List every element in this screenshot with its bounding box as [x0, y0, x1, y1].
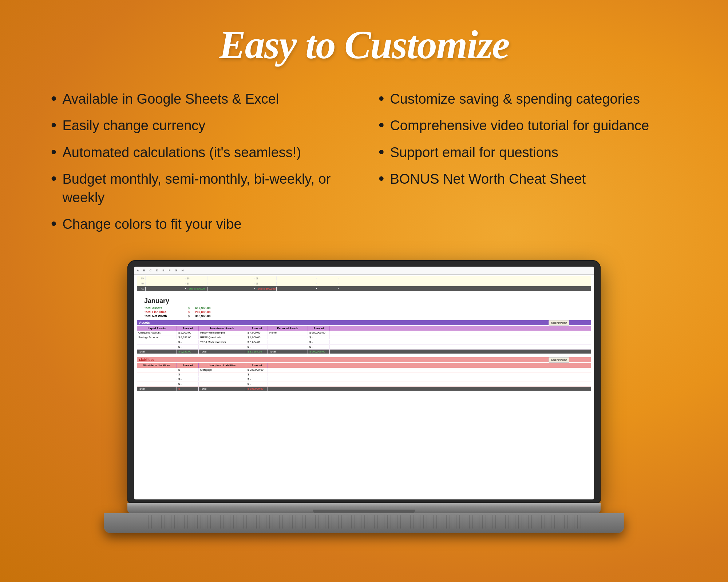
toolbar-item: A — [137, 269, 139, 272]
assets-data-row-2: $ - TFSA ModernAdvisor $ 3,684.00 $ - — [137, 340, 591, 345]
liabilities-data-row-2: $ - $ - — [137, 377, 591, 382]
add-row-button-assets[interactable]: Add new row — [549, 320, 569, 326]
left-feature-column: Available in Google Sheets & Excel Easil… — [51, 90, 349, 242]
toolbar-item: B — [143, 269, 145, 272]
toolbar-item: F — [169, 269, 171, 272]
list-item: Budget monthly, semi-monthly, bi-weekly,… — [51, 170, 349, 207]
laptop-keyboard — [104, 513, 624, 533]
list-item: Easily change currency — [51, 116, 349, 135]
personal-assets-header: Personal Assets — [268, 326, 308, 331]
left-feature-list: Available in Google Sheets & Excel Easil… — [51, 90, 349, 234]
assets-data-row-1: Savings Account $ 4,282.00 RRSP Questrad… — [137, 335, 591, 340]
assets-header-label: Assets — [137, 320, 591, 325]
summary-section: Total Assets $ 617,966.00 Total Liabilit… — [144, 306, 591, 318]
total-assets-value: 617,966.00 — [195, 306, 228, 310]
list-item: Comprehensive video tutorial for guidanc… — [379, 116, 677, 135]
assets-sub-headers: Liquid Assets Amount Investment Assets A… — [137, 326, 591, 331]
laptop-screen: A B C D E F G H 39 $ - — [134, 267, 594, 499]
page-title: Easy to Customize — [219, 22, 509, 68]
add-row-button-liabilities[interactable]: Add new row — [549, 357, 569, 363]
list-item: Available in Google Sheets & Excel — [51, 90, 349, 108]
list-item: Support email for questions — [379, 143, 677, 162]
assets-data-row-0: Chequing Account $ 2,000.00 RRSP Wealths… — [137, 331, 591, 335]
liabilities-data-row-0: $ - Mortgage $ 299,000.00 — [137, 368, 591, 372]
right-feature-list: Customize saving & spending categories C… — [379, 90, 677, 188]
assets-data-row-3: $ - $ - $ - — [137, 345, 591, 350]
personal-amount-header: Amount — [308, 326, 330, 331]
net-worth-value: 318,966.00 — [195, 314, 228, 318]
total-liabilities-value: 299,000.00 — [195, 310, 228, 314]
spreadsheet-row-41: 41 Total $ 500.00 Total $ 300,000.00 — [137, 286, 591, 291]
spreadsheet-row-40: 40 $ - $ - — [137, 281, 591, 286]
total-liabilities-label: Total Liabilities — [144, 310, 188, 314]
net-worth-label: Total Net Worth — [144, 314, 188, 318]
liabilities-data-row-1: $ - $ - — [137, 372, 591, 377]
liabilities-header-label: Liabilities — [137, 357, 591, 362]
liabilities-data-row-3: $ - $ - — [137, 382, 591, 387]
month-title: January — [144, 297, 591, 305]
laptop-container: A B C D E F G H 39 $ - — [127, 260, 601, 533]
short-term-header: Short-term Liabilities — [137, 363, 177, 368]
assets-total-row: Total $ 6,282.00 Total $ 11,684.00 Total… — [137, 350, 591, 354]
laptop-outer: A B C D E F G H 39 $ - — [127, 260, 601, 533]
toolbar-item: D — [156, 269, 158, 272]
list-item: BONUS Net Worth Cheat Sheet — [379, 170, 677, 188]
investment-assets-header: Investment Assets — [199, 326, 246, 331]
laptop-base — [127, 503, 601, 513]
long-amount-header: Amount — [246, 363, 268, 368]
liabilities-total-row: Total $ - Total $ 299,000.00 — [137, 387, 591, 391]
investment-amount-header: Amount — [246, 326, 268, 331]
toolbar-item: G — [175, 269, 177, 272]
laptop-screen-bezel: A B C D E F G H 39 $ - — [127, 260, 601, 503]
total-assets-label: Total Assets — [144, 306, 188, 310]
toolbar-item: E — [162, 269, 164, 272]
features-section: Available in Google Sheets & Excel Easil… — [0, 90, 728, 242]
liquid-assets-header: Liquid Assets — [137, 326, 177, 331]
liquid-amount-header: Amount — [177, 326, 199, 331]
toolbar-item: H — [182, 269, 184, 272]
liabilities-sub-headers: Short-term Liabilities Amount Long-term … — [137, 363, 591, 368]
toolbar-item: C — [150, 269, 152, 272]
list-item: Automated calculations (it's seamless!) — [51, 143, 349, 162]
assets-section: Assets Add new row Liquid Assets Amount … — [137, 320, 591, 354]
long-term-header: Long-term Liabilities — [199, 363, 246, 368]
list-item: Customize saving & spending categories — [379, 90, 677, 108]
list-item: Change colors to fit your vibe — [51, 215, 349, 234]
spacer-row-42 — [137, 291, 591, 295]
spreadsheet: A B C D E F G H 39 $ - — [134, 267, 594, 499]
sheet-toolbar: A B C D E F G H — [134, 267, 594, 275]
liabilities-section: Liabilities Add new row Short-term Liabi… — [137, 357, 591, 391]
right-feature-column: Customize saving & spending categories C… — [379, 90, 677, 242]
short-amount-header: Amount — [177, 363, 199, 368]
spreadsheet-row-39: 39 $ - $ - — [137, 276, 591, 281]
